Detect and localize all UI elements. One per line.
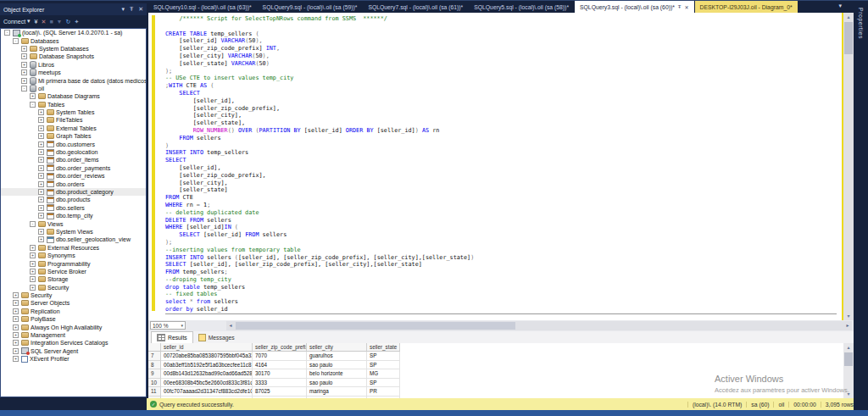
tree-item[interactable]: -Tables: [1, 101, 146, 108]
scroll-up-icon[interactable]: ▴: [843, 343, 854, 352]
expand-icon[interactable]: +: [38, 181, 44, 187]
column-header[interactable]: seller_id: [161, 343, 253, 352]
collapse-icon[interactable]: -: [13, 38, 19, 44]
expand-icon[interactable]: +: [38, 189, 44, 195]
tree-item[interactable]: +dbo.order_payments: [1, 164, 146, 172]
expand-icon[interactable]: +: [30, 252, 36, 258]
row-number-header[interactable]: [148, 343, 161, 352]
tree-item[interactable]: +Database Snapshots: [1, 53, 146, 60]
expand-icon[interactable]: +: [13, 348, 19, 354]
filter-icon[interactable]: ▼: [57, 19, 63, 25]
tree-item[interactable]: +System Databases: [1, 45, 146, 53]
expand-icon[interactable]: +: [21, 69, 27, 75]
tree-item[interactable]: -Databases: [1, 36, 146, 44]
tree-item[interactable]: +Management: [1, 331, 146, 339]
tree-item[interactable]: +Synonyms: [1, 252, 146, 259]
scrollbar-thumb[interactable]: [844, 352, 853, 366]
expand-icon[interactable]: +: [38, 133, 44, 139]
tree-item[interactable]: +Security: [1, 291, 146, 299]
expand-icon[interactable]: +: [13, 356, 19, 362]
expand-icon[interactable]: +: [13, 332, 19, 338]
tree-item[interactable]: +Database Diagrams: [1, 92, 146, 100]
scroll-right-icon[interactable]: ▸: [843, 321, 852, 330]
code-area[interactable]: /****** Script for SelectTopNRows comman…: [165, 15, 837, 314]
tree-item[interactable]: +Programmability: [1, 259, 146, 267]
collapse-icon[interactable]: -: [4, 30, 10, 36]
document-tab[interactable]: SQLQuery7.sql - (local)\.oil (sa (61))*: [363, 1, 468, 13]
tree-item[interactable]: +System Tables: [1, 108, 146, 116]
expand-icon[interactable]: +: [38, 125, 44, 131]
tree-item[interactable]: +dbo.temp_city: [1, 212, 146, 219]
tree-item[interactable]: +dbo.order_items: [1, 156, 146, 164]
expand-icon[interactable]: +: [30, 261, 36, 267]
expand-icon[interactable]: +: [38, 141, 44, 147]
disconnect-icon[interactable]: ✕: [42, 19, 47, 25]
table-row[interactable]: 800ab3eff1b5192e5f1a63bcecfee11c84164sao…: [148, 361, 854, 370]
expand-icon[interactable]: +: [38, 197, 44, 202]
expand-icon[interactable]: +: [38, 213, 44, 219]
window-position-icon[interactable]: ▾: [121, 6, 125, 12]
expand-icon[interactable]: +: [38, 205, 44, 211]
document-tab[interactable]: SQLQuery10.sql - (local)\.oil (sa (63))*: [148, 1, 257, 13]
table-row[interactable]: 900d8b143d12632bad99c0ad66ad5282530170be…: [148, 369, 854, 379]
expand-icon[interactable]: +: [30, 245, 36, 251]
scrollbar-thumb[interactable]: [844, 22, 853, 54]
document-tab[interactable]: DESKTOP-I29J03J.oil - Diagram_0*: [695, 1, 798, 13]
table-row[interactable]: 1100fc707aaaad2d31347cf883cd2dfe1087025m…: [148, 387, 854, 397]
tree-item[interactable]: +Integration Services Catalogs: [1, 339, 146, 347]
pin-icon[interactable]: Ŧ: [130, 6, 133, 12]
expand-icon[interactable]: +: [13, 340, 19, 346]
tree-item[interactable]: +Service Broker: [1, 268, 146, 275]
column-header[interactable]: seller_zip_code_prefix: [253, 343, 307, 352]
tree-item[interactable]: +External Tables: [1, 125, 146, 132]
collapse-icon[interactable]: -: [30, 102, 36, 108]
expand-icon[interactable]: +: [21, 78, 27, 84]
tree-item[interactable]: +Server Objects: [1, 299, 146, 307]
pin-icon[interactable]: Ŧ: [678, 4, 682, 9]
expand-icon[interactable]: +: [13, 316, 19, 322]
table-row[interactable]: 700720abe85ba0853807595bbf045a33b7070gua…: [148, 352, 854, 361]
expand-icon[interactable]: +: [38, 173, 44, 179]
editor-horizontal-scrollbar[interactable]: ◂ ▸: [226, 321, 852, 330]
grid-vertical-scrollbar[interactable]: ▴ ▾: [843, 343, 854, 398]
editor-zoom-select[interactable]: 100 % ▾: [150, 321, 186, 330]
tab-list-icon[interactable]: ▾: [838, 3, 842, 9]
tree-item[interactable]: +dbo.customers: [1, 140, 146, 147]
expand-icon[interactable]: +: [13, 300, 19, 306]
close-icon[interactable]: ✕: [138, 6, 143, 12]
tab-properties[interactable]: Properties: [858, 8, 864, 39]
scroll-left-icon[interactable]: ◂: [226, 321, 235, 330]
row-number-cell[interactable]: 11: [148, 387, 161, 397]
expand-icon[interactable]: +: [38, 109, 44, 115]
tree-item[interactable]: +dbo.product_category: [1, 188, 146, 196]
expand-icon[interactable]: +: [38, 165, 44, 171]
tree-item[interactable]: +Replication: [1, 308, 146, 315]
tab-results[interactable]: Results: [151, 331, 193, 343]
expand-icon[interactable]: +: [38, 157, 44, 163]
column-header[interactable]: seller_city: [307, 343, 367, 352]
tree-item[interactable]: +SQL Server Agent: [1, 347, 146, 355]
expand-icon[interactable]: +: [30, 269, 36, 275]
editor-vertical-scrollbar[interactable]: ▴ ▾: [843, 13, 854, 320]
expand-icon[interactable]: +: [38, 149, 44, 155]
tree-item[interactable]: +Libros: [1, 61, 146, 69]
expand-icon[interactable]: +: [21, 46, 27, 52]
connect-icon[interactable]: ¥: [35, 19, 38, 25]
tree-item[interactable]: +dbo.geolocation: [1, 148, 146, 156]
tree-item[interactable]: +dbo.sellers: [1, 204, 146, 212]
expand-icon[interactable]: +: [38, 236, 44, 242]
tree-item[interactable]: +Mi primera base de datos (datos medicos…: [1, 76, 146, 84]
row-number-cell[interactable]: 8: [148, 361, 161, 370]
expand-icon[interactable]: +: [13, 324, 19, 330]
tree-item[interactable]: +dbo.seller_geolocation_view: [1, 236, 146, 243]
tree-item[interactable]: +XEvent Profiler: [1, 355, 146, 363]
tree-item[interactable]: +External Resources: [1, 244, 146, 252]
tab-messages[interactable]: Messages: [193, 332, 240, 343]
tree-item[interactable]: +System Views: [1, 228, 146, 236]
tree-item[interactable]: +dbo.products: [1, 196, 146, 203]
expand-icon[interactable]: +: [30, 93, 36, 99]
tree-item[interactable]: +Security: [1, 284, 146, 291]
document-tab[interactable]: SQLQuery9.sql - (local)\.oil (sa (59))*: [258, 1, 363, 13]
close-icon[interactable]: ✕: [685, 4, 689, 10]
tree-item[interactable]: +dbo.order_reviews: [1, 172, 146, 180]
